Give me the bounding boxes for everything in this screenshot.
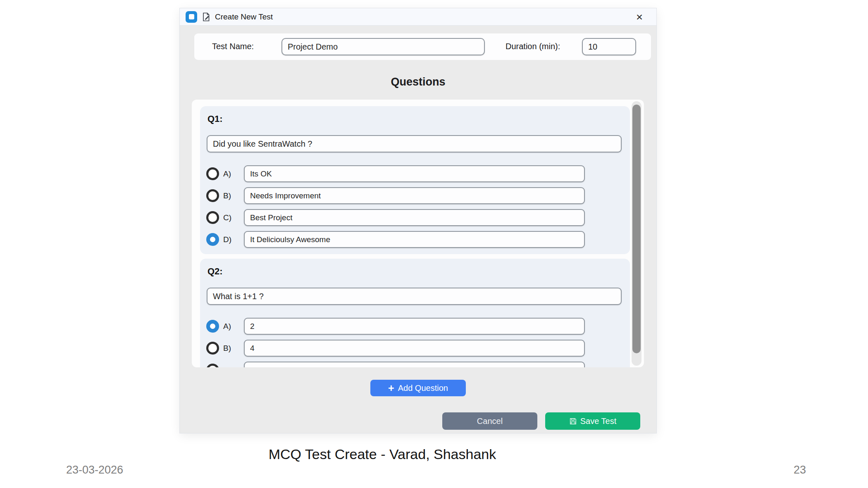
option-value-input[interactable] xyxy=(244,318,585,335)
edit-document-icon xyxy=(201,12,211,22)
add-question-label: Add Question xyxy=(398,383,448,393)
test-meta-panel: Test Name: Duration (min): xyxy=(194,33,651,60)
option-value-input[interactable] xyxy=(244,340,585,357)
plus-icon: + xyxy=(388,383,394,393)
option-row-a: A) xyxy=(206,165,622,182)
option-key: B) xyxy=(223,191,238,200)
app-icon-inner xyxy=(189,14,194,19)
option-radio[interactable] xyxy=(206,342,219,355)
option-key: A) xyxy=(223,322,238,331)
option-value-input[interactable] xyxy=(244,231,585,248)
option-key: A) xyxy=(223,169,238,179)
option-radio[interactable] xyxy=(206,364,219,367)
question-text-input[interactable] xyxy=(207,135,622,152)
option-radio-selected[interactable] xyxy=(206,320,219,333)
test-name-label: Test Name: xyxy=(212,42,254,51)
option-row-d: D) xyxy=(206,231,622,248)
option-value-input[interactable] xyxy=(244,165,585,182)
save-test-button[interactable]: Save Test xyxy=(545,412,640,430)
dialog-titlebar: Create New Test ✕ xyxy=(180,8,656,26)
test-name-input[interactable] xyxy=(281,38,485,55)
option-row-b: B) xyxy=(206,340,622,357)
questions-heading: Questions xyxy=(180,76,656,88)
slide-page-number: 23 xyxy=(794,464,806,476)
cancel-button[interactable]: Cancel xyxy=(442,412,537,430)
option-radio-selected[interactable] xyxy=(206,233,219,246)
close-button[interactable]: ✕ xyxy=(633,11,646,24)
option-value-input[interactable] xyxy=(244,362,585,367)
scrollbar-thumb[interactable] xyxy=(632,105,641,353)
duration-input[interactable] xyxy=(582,38,636,55)
option-value-input[interactable] xyxy=(244,187,585,204)
slide-caption: MCQ Test Create - Varad, Shashank xyxy=(196,446,568,462)
question-label: Q2: xyxy=(207,266,223,277)
questions-scroll-area[interactable]: Q1: A) B) C) xyxy=(192,100,644,367)
duration-label: Duration (min): xyxy=(506,42,560,51)
question-text-input[interactable] xyxy=(207,288,622,305)
option-row-a: A) xyxy=(206,318,622,335)
presentation-slide: Create New Test ✕ Test Name: Duration (m… xyxy=(0,0,868,488)
dialog-title: Create New Test xyxy=(215,12,273,21)
option-key: C) xyxy=(223,366,238,368)
option-value-input[interactable] xyxy=(244,209,585,226)
option-key: B) xyxy=(223,344,238,353)
option-radio[interactable] xyxy=(206,211,219,224)
option-key: D) xyxy=(223,235,238,244)
option-row-b: B) xyxy=(206,187,622,204)
save-floppy-icon xyxy=(569,417,577,425)
create-test-dialog: Create New Test ✕ Test Name: Duration (m… xyxy=(180,8,656,433)
question-label: Q1: xyxy=(207,114,223,124)
cancel-label: Cancel xyxy=(477,417,503,426)
option-key: C) xyxy=(223,213,238,222)
option-row-c: C) xyxy=(206,209,622,226)
save-test-label: Save Test xyxy=(580,417,616,426)
slide-date: 23-03-2026 xyxy=(66,464,123,476)
option-row-c-clipped: C) xyxy=(206,362,622,367)
add-question-button[interactable]: + Add Question xyxy=(370,380,466,396)
option-radio[interactable] xyxy=(206,189,219,202)
question-card-2: Q2: A) B) C) xyxy=(200,259,630,367)
scrollbar-track[interactable] xyxy=(632,101,641,366)
app-icon xyxy=(186,11,197,23)
option-radio[interactable] xyxy=(206,167,219,180)
question-card-1: Q1: A) B) C) xyxy=(200,106,630,254)
